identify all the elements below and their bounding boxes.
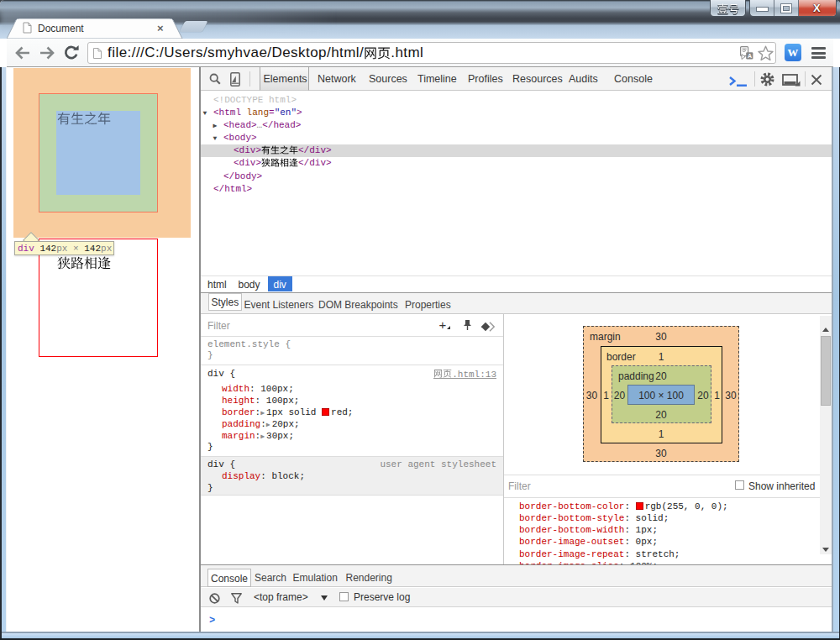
svg-text:A: A: [748, 53, 752, 59]
